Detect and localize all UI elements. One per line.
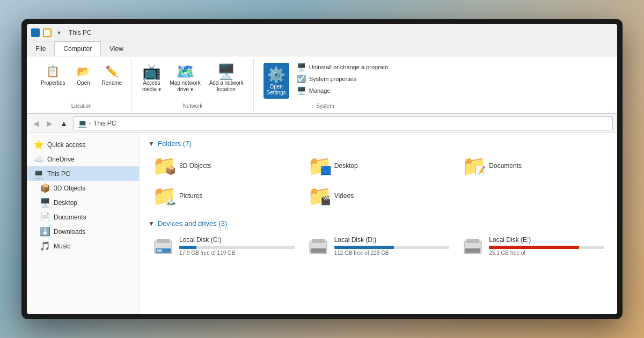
manage-icon: 🖥️ [297,86,306,95]
music-sidebar-icon: 🎵 [40,241,50,251]
folders-section-header: ▼ Folders (7) [148,139,609,148]
sidebar-item-documents[interactable]: 📄 Documents [27,210,139,224]
svg-rect-8 [466,239,479,243]
ribbon-network-items: 📺 Accessmedia ▾ 🗺️ Map networkdrive ▾ 🖥️… [138,61,246,101]
ribbon-group-system: ⚙️ OpenSettings 🖥️ Uninstall or change a… [254,58,397,111]
desktop-icon-wrap: 📁 🟦 [308,156,329,175]
onedrive-label: OneDrive [47,156,75,163]
folder-item-documents[interactable]: 📁 📝 Documents [458,153,609,179]
pictures-overlay-icon: 🏔️ [165,195,176,205]
tab-file[interactable]: File [27,41,54,56]
ribbon-location-items: 📋 Properties 📂 Open ✏️ Rename [38,61,125,101]
folder-item-desktop[interactable]: 📁 🟦 Desktop [303,153,454,179]
open-settings-button[interactable]: ⚙️ OpenSettings [260,61,292,101]
folder-item-pictures[interactable]: 📁 🏔️ Pictures [148,183,299,209]
drive-c-space: 17.9 GB free of 119 GB [179,250,295,256]
drive-item-c[interactable]: Local Disk (C:) 17.9 GB free of 119 GB [148,233,299,259]
system-properties-button[interactable]: ☑️ System properties [295,74,390,84]
drives-section-header: ▼ Devices and drives (3) [148,219,609,227]
drive-d-icon [308,237,329,256]
sidebar-item-desktop[interactable]: 🖥️ Desktop [27,195,139,210]
svg-rect-3 [157,249,162,252]
3d-sidebar-icon: 📦 [40,183,50,193]
sidebar-item-this-pc[interactable]: 💻 This PC [27,166,139,181]
drive-c-bar-track [179,246,295,249]
sidebar-item-quick-access[interactable]: ⭐ Quick access [27,137,139,152]
tab-computer[interactable]: Computer [54,41,101,56]
star-icon: ⭐ [33,139,44,150]
sidebar-item-onedrive[interactable]: ☁️ OneDrive [27,152,139,166]
drive-d-space: 112 GB free of 228 GB [334,250,450,256]
open-label: Open [77,80,90,86]
drive-c-info: Local Disk (C:) 17.9 GB free of 119 GB [179,236,295,256]
folders-toggle[interactable]: ▼ [148,140,155,148]
add-network-location-button[interactable]: 🖥️ Add a networklocation [206,61,247,95]
drive-c-icon [152,237,174,256]
drive-c-bar-fill [179,246,196,249]
documents-name: Documents [489,162,522,170]
drive-d-name: Local Disk (D:) [334,236,450,244]
documents-overlay-icon: 📝 [475,165,486,175]
up-button[interactable]: ▲ [58,118,70,129]
drives-grid: Local Disk (C:) 17.9 GB free of 119 GB [148,233,609,259]
cloud-icon: ☁️ [33,154,44,164]
sidebar-item-music[interactable]: 🎵 Music [27,239,139,253]
properties-button[interactable]: 📋 Properties [38,61,69,89]
drive-item-e[interactable]: Local Disk (E:) 25.1 GB free of [458,233,609,259]
3d-overlay-icon: 📦 [165,165,176,175]
main-area: ⭐ Quick access ☁️ OneDrive 💻 This PC 📦 3… [27,133,617,314]
sidebar: ⭐ Quick access ☁️ OneDrive 💻 This PC 📦 3… [27,133,140,314]
pc-sidebar-icon: 💻 [33,168,44,179]
videos-name: Videos [334,192,354,200]
drives-section-title: Devices and drives (3) [158,219,227,227]
system-side-items: 🖥️ Uninstall or change a program ☑️ Syst… [295,61,390,97]
settings-label: OpenSettings [267,84,286,95]
back-button[interactable]: ◀ [31,118,41,129]
drive-e-space: 25.1 GB free of [489,250,604,256]
music-label: Music [54,243,70,250]
address-bar[interactable]: 💻 › This PC [73,116,613,130]
3d-objects-name: 3D Objects [179,162,211,170]
access-media-button[interactable]: 📺 Accessmedia ▾ [138,61,164,95]
tab-view[interactable]: View [101,41,132,56]
svg-rect-1 [157,239,170,243]
drive-e-name: Local Disk (E:) [489,236,604,244]
svg-rect-6 [311,248,326,253]
rename-button[interactable]: ✏️ Rename [99,61,126,89]
drives-toggle[interactable]: ▼ [148,220,155,227]
map-network-drive-button[interactable]: 🗺️ Map networkdrive ▾ [166,61,203,95]
folder-item-3d-objects[interactable]: 📁 📦 3D Objects [148,153,299,179]
add-network-label: Add a networklocation [209,80,244,93]
drive-e-bar-fill [489,246,579,249]
add-network-icon: 🖥️ [218,63,235,80]
ribbon: 📋 Properties 📂 Open ✏️ Rename Location [27,56,617,114]
drive-item-d[interactable]: Local Disk (D:) 112 GB free of 228 GB [303,233,454,259]
uninstall-button[interactable]: 🖥️ Uninstall or change a program [295,62,390,72]
svg-rect-9 [465,248,480,253]
drive-d-info: Local Disk (D:) 112 GB free of 228 GB [334,236,450,256]
pin-icon [43,28,52,37]
3d-objects-icon-wrap: 📁 📦 [152,156,174,175]
window-icon [31,28,40,37]
gear-icon: ⚙️ [267,66,286,84]
drive-d-icon-wrap [308,237,329,256]
open-button[interactable]: 📂 Open [71,61,97,89]
manage-button[interactable]: 🖥️ Manage [295,85,390,96]
sidebar-item-downloads[interactable]: ⬇️ Downloads [27,224,139,239]
map-network-label: Map networkdrive ▾ [170,80,200,93]
open-icon: 📂 [75,63,92,80]
properties-icon: 📋 [45,63,62,80]
manage-label: Manage [309,87,331,94]
drive-d-bar-track [334,246,450,249]
folder-item-videos[interactable]: 📁 🎬 Videos [303,183,454,209]
location-group-label: Location [71,103,92,109]
window-title: This PC [69,29,92,36]
system-props-icon: ☑️ [297,75,306,83]
content-area: ▼ Folders (7) 📁 📦 3D Objects [140,133,617,314]
sidebar-item-3d-objects[interactable]: 📦 3D Objects [27,181,139,195]
drive-e-icon-wrap [462,237,484,256]
documents-icon-wrap: 📁 📝 [462,156,484,175]
forward-button[interactable]: ▶ [45,118,55,129]
downloads-sidebar-icon: ⬇️ [40,226,50,237]
svg-rect-5 [312,239,325,243]
